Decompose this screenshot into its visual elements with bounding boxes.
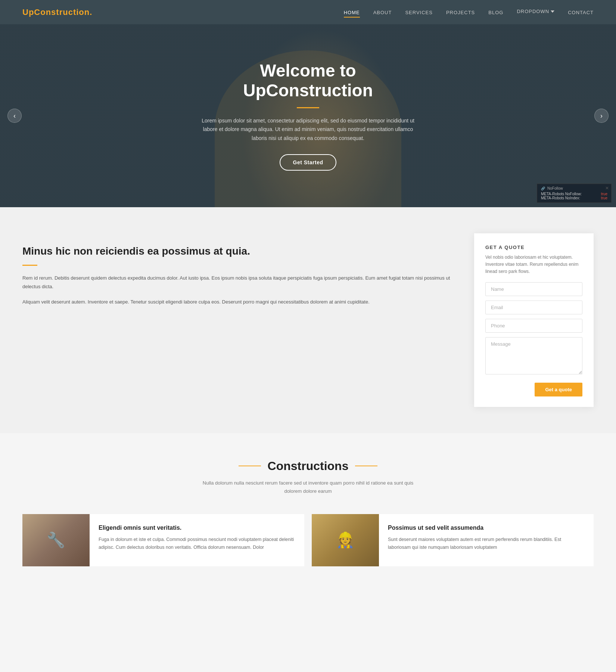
nav-link-services[interactable]: SERVICES bbox=[405, 10, 433, 17]
hero-divider bbox=[297, 107, 319, 108]
nav-link-home[interactable]: HOME bbox=[344, 10, 360, 18]
header-line-left bbox=[239, 466, 261, 466]
middle-section: Minus hic non reiciendis ea possimus at … bbox=[0, 207, 616, 433]
left-heading: Minus hic non reiciendis ea possimus at … bbox=[22, 245, 452, 258]
hero-cta-button[interactable]: Get Started bbox=[280, 154, 337, 171]
left-content: Minus hic non reiciendis ea possimus at … bbox=[22, 233, 452, 313]
nav-link-about[interactable]: ABOUT bbox=[373, 10, 392, 17]
hero-body: Lorem ipsum dolor sit amet, consectetur … bbox=[196, 116, 420, 143]
left-para1: Rem id rerum. Debitis deserunt quidem de… bbox=[22, 274, 452, 291]
card2-body: Sunt deserunt maiores voluptatem autem e… bbox=[388, 536, 585, 552]
chevron-down-icon bbox=[551, 10, 554, 13]
meta-badge-close[interactable]: ✕ bbox=[605, 186, 609, 191]
nav-links: HOME ABOUT SERVICES PROJECTS BLOG DROPDO… bbox=[344, 9, 594, 16]
nav-item-contact[interactable]: CONTACT bbox=[568, 9, 594, 16]
hero-content: Welcome to UpConstruction Lorem ipsum do… bbox=[189, 61, 427, 171]
quote-message-input[interactable] bbox=[485, 337, 582, 374]
nav-item-home[interactable]: HOME bbox=[344, 9, 360, 16]
card2-title: Possimus ut sed velit assumenda bbox=[388, 525, 585, 531]
header-line-right bbox=[355, 466, 377, 466]
nav-item-projects[interactable]: PROJECTS bbox=[446, 9, 475, 16]
card2-text: Possimus ut sed velit assumenda Sunt des… bbox=[379, 514, 594, 566]
hero-section: ‹ Welcome to UpConstruction Lorem ipsum … bbox=[0, 24, 616, 207]
hero-prev-button[interactable]: ‹ bbox=[7, 109, 22, 123]
meta-badge: 🔗 NoFollow ✕ META-Robots NoFollow: true … bbox=[537, 184, 612, 203]
constructions-section: Constructions Nulla dolorum nulla nesciu… bbox=[0, 433, 616, 585]
construction-card-1: Eligendi omnis sunt veritatis. Fuga in d… bbox=[22, 514, 304, 566]
quote-phone-input[interactable] bbox=[485, 319, 582, 333]
quote-description: Vel nobis odio laboriosam et hic volupta… bbox=[485, 254, 582, 276]
logo-text: UpConstruction bbox=[22, 7, 90, 17]
cards-row: Eligendi omnis sunt veritatis. Fuga in d… bbox=[22, 514, 594, 566]
hero-next-button[interactable]: › bbox=[594, 109, 609, 123]
left-divider bbox=[22, 265, 37, 266]
quote-email-input[interactable] bbox=[485, 301, 582, 314]
nav-link-contact[interactable]: CONTACT bbox=[568, 10, 594, 17]
quote-card: GET A QUOTE Vel nobis odio laboriosam et… bbox=[474, 233, 594, 407]
hero-title: Welcome to UpConstruction bbox=[196, 61, 420, 100]
nav-link-blog[interactable]: BLOG bbox=[488, 10, 503, 17]
nav-item-services[interactable]: SERVICES bbox=[405, 9, 433, 16]
meta-row-noindex: META-Robots NoIndex: true bbox=[541, 196, 607, 200]
card1-text: Eligendi omnis sunt veritatis. Fuga in d… bbox=[90, 514, 304, 566]
card1-title: Eligendi omnis sunt veritatis. bbox=[99, 525, 295, 531]
logo-dot: . bbox=[90, 7, 92, 17]
nav-item-dropdown[interactable]: DROPDOWN bbox=[517, 9, 554, 16]
nav-item-about[interactable]: ABOUT bbox=[373, 9, 392, 16]
navbar: UpConstruction. HOME ABOUT SERVICES PROJ… bbox=[0, 0, 616, 24]
constructions-heading: Constructions bbox=[268, 459, 349, 473]
constructions-subtext: Nulla dolorum nulla nesciunt rerum facer… bbox=[200, 479, 416, 495]
constructions-header: Constructions bbox=[22, 459, 594, 473]
nav-link-projects[interactable]: PROJECTS bbox=[446, 10, 475, 17]
nav-item-blog[interactable]: BLOG bbox=[488, 9, 503, 16]
construction-card-2: Possimus ut sed velit assumenda Sunt des… bbox=[312, 514, 594, 566]
card2-image bbox=[312, 514, 379, 566]
left-para2: Aliquam velit deserunt autem. Inventore … bbox=[22, 298, 452, 307]
card1-body: Fuga in dolorum et iste et culpa. Commod… bbox=[99, 536, 295, 552]
quote-name-input[interactable] bbox=[485, 282, 582, 296]
quote-section: GET A QUOTE Vel nobis odio laboriosam et… bbox=[474, 233, 594, 407]
nav-link-dropdown[interactable]: DROPDOWN bbox=[517, 9, 554, 16]
quote-heading: GET A QUOTE bbox=[485, 245, 582, 250]
site-logo[interactable]: UpConstruction. bbox=[22, 7, 92, 17]
quote-submit-button[interactable]: Get a quote bbox=[535, 383, 582, 396]
card1-image bbox=[22, 514, 90, 566]
meta-row-nofollow: META-Robots NoFollow: true bbox=[541, 192, 607, 196]
